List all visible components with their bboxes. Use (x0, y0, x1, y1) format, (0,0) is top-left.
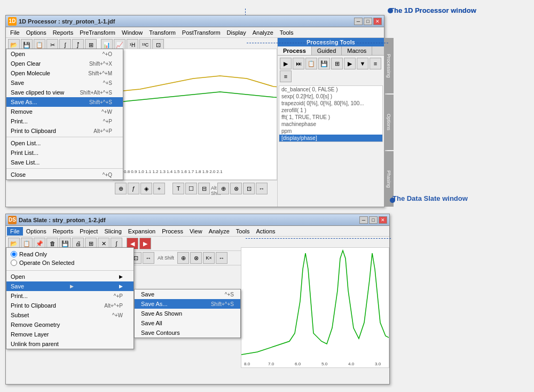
macro-item-2[interactable]: trapezoid( 0[%], 0[%], 80[%], 100... (279, 100, 382, 107)
menu-file-ds[interactable]: File (7, 227, 23, 236)
dd-remove-layer-ds[interactable]: Remove Layer (6, 330, 134, 339)
tb2-kx[interactable]: K× (203, 252, 215, 264)
radio-operate[interactable]: Operate On Selected (11, 258, 129, 267)
tb-text[interactable]: T (172, 183, 184, 194)
proc-copy[interactable]: 📋 (305, 58, 317, 69)
dd-save-ds[interactable]: Save ▶ (6, 281, 134, 291)
sub-save-as-ds[interactable]: Save As... Shift+^+S (135, 299, 240, 309)
tab-guided[interactable]: Guided (312, 46, 342, 55)
proc-extra[interactable]: ⊞ (331, 58, 343, 69)
macro-item-0[interactable]: dc_balance( 0, FALSE ) (279, 86, 382, 93)
dd-sep-ds-1 (6, 270, 134, 271)
menu-display-1d[interactable]: Display (224, 28, 249, 37)
menu-view-ds[interactable]: View (186, 227, 206, 236)
menu-tools-ds[interactable]: Tools (233, 227, 253, 236)
dd-open-molecule-1d[interactable]: Open Molecule Shift+^+M (6, 68, 123, 78)
menu-transform-1d[interactable]: Transform (146, 28, 179, 37)
tb-func[interactable]: ƒ (128, 183, 139, 194)
macro-item-3[interactable]: zerofill( 1 ) (279, 107, 382, 114)
tb-right-ds[interactable]: ▶ (139, 238, 151, 249)
tb2-zoom3[interactable]: ⊕ (177, 252, 189, 264)
dd-unlink-ds[interactable]: Unlink from parent (6, 339, 134, 349)
proc-down[interactable]: ▼ (357, 58, 368, 69)
toolbar-row-1: ⊕ ƒ ◈ + T ☐ ⊟ Alt Shift ⊕ ⊗ ⊡ ↔ (115, 183, 275, 196)
tb-zoom[interactable]: ⊕ (217, 183, 229, 194)
side-processing[interactable]: Processing (384, 38, 394, 93)
dd-save-list-1d[interactable]: Save List... (6, 158, 123, 167)
tb-crosshair[interactable]: ⊕ (115, 183, 127, 194)
menu-analyze-1d[interactable]: Analyze (249, 28, 277, 37)
menu-options-1d[interactable]: Options (23, 28, 50, 37)
menu-expansion-ds[interactable]: Expansion (125, 227, 159, 236)
macro-item-4[interactable]: fft( 1, TRUE, TRUE ) (279, 114, 382, 121)
macro-item-6[interactable]: ppm (279, 128, 382, 135)
dd-print-list-1d[interactable]: Print List... (6, 148, 123, 158)
macro-item-7[interactable]: [display/phase] (279, 135, 382, 142)
sub-save-all-ds[interactable]: Save All (135, 318, 240, 328)
radio-readonly-input[interactable] (11, 251, 17, 257)
macro-item-5[interactable]: machinephase (279, 121, 382, 128)
maximize-btn-1d[interactable]: □ (364, 18, 372, 25)
dd-remove-1d[interactable]: Remove ^+W (6, 107, 123, 116)
menu-actions-ds[interactable]: Actions (253, 227, 278, 236)
dd-open-list-1d[interactable]: Open List... (6, 138, 123, 148)
tb-scroll[interactable]: ⊡ (243, 183, 255, 194)
close-btn-1d[interactable]: ✕ (373, 18, 382, 25)
proc-align2[interactable]: ≡ (280, 70, 292, 82)
dd-remove-geo-ds[interactable]: Remove Geometry (6, 320, 134, 330)
tab-process[interactable]: Process (278, 46, 312, 55)
sub-save-ds[interactable]: Save ^+S (135, 289, 240, 299)
tb2-zoom4[interactable]: ⊗ (190, 252, 202, 264)
tb-plus[interactable]: + (153, 183, 165, 194)
radio-readonly[interactable]: Read Only (11, 250, 129, 258)
dd-print-clipboard-ds[interactable]: Print to Clipboard Alt+^+P (6, 301, 134, 310)
dd-save-as-1d[interactable]: Save As... Shift+^+S (6, 97, 123, 107)
tb-select[interactable]: ◈ (140, 183, 152, 194)
dd-open-clear-1d[interactable]: Open Clear Shift+^+X (6, 59, 123, 68)
proc-play[interactable]: ▶ (280, 58, 292, 69)
dd-print-ds[interactable]: Print... ^+P (6, 291, 134, 301)
menu-project-ds[interactable]: Project (76, 227, 101, 236)
proc-play2[interactable]: ▶ (344, 58, 356, 69)
dd-open-1d[interactable]: Open ^+O (6, 49, 123, 59)
macro-item-1[interactable]: sexp( 0.2[Hz], 0.0[s] ) (279, 93, 382, 100)
tb2-extra[interactable]: ↔ (216, 252, 227, 264)
tb-zoom2[interactable]: ⊗ (230, 183, 242, 194)
dd-subset-ds[interactable]: Subset ^+W (6, 310, 134, 320)
menu-file-1d[interactable]: File (7, 28, 23, 37)
tab-macros[interactable]: Macros (342, 46, 372, 55)
sub-save-shown-ds[interactable]: Save As Shown (135, 309, 240, 318)
minimize-btn-ds[interactable]: ─ (359, 216, 368, 224)
proc-save[interactable]: 💾 (318, 58, 330, 69)
menu-options-ds[interactable]: Options (23, 227, 50, 236)
proc-align[interactable]: ≡ (370, 58, 381, 69)
menu-slicing-ds[interactable]: Slicing (101, 227, 124, 236)
tb-end[interactable]: ↔ (256, 183, 268, 194)
maximize-btn-ds[interactable]: □ (369, 216, 378, 224)
close-btn-ds[interactable]: ✕ (379, 216, 387, 224)
proc-skip[interactable]: ⏭ (293, 58, 304, 69)
menu-reports-1d[interactable]: Reports (50, 28, 77, 37)
radio-operate-input[interactable] (11, 260, 17, 266)
menu-tools-1d[interactable]: Tools (277, 28, 297, 37)
menu-analyze-ds[interactable]: Analyze (206, 227, 233, 236)
dd-close-1d[interactable]: Close ^+Q (6, 170, 123, 179)
menu-reports-ds[interactable]: Reports (50, 227, 77, 236)
svg-text:4.0: 4.0 (348, 362, 355, 366)
menu-posttransform-1d[interactable]: PostTransform (179, 28, 224, 37)
dd-save-1d[interactable]: Save ^+S (6, 78, 123, 88)
tb2-arrow[interactable]: ↔ (143, 252, 154, 264)
menu-window-1d[interactable]: Window (119, 28, 146, 37)
dd-save-clipped-1d[interactable]: Save clipped to view Shift+Alt+^+S (6, 88, 123, 97)
tb-table[interactable]: ⊟ (198, 183, 210, 194)
minimize-btn-1d[interactable]: ─ (354, 18, 363, 25)
dd-print-clipboard-1d[interactable]: Print to Clipboard Alt+^+P (6, 126, 123, 136)
titlebar-btns-ds: ─ □ ✕ (359, 216, 387, 224)
menu-pretransform-1d[interactable]: PreTransform (76, 28, 119, 37)
menu-process-ds[interactable]: Process (159, 227, 186, 236)
tb-box[interactable]: ☐ (185, 183, 197, 194)
dd-open-ds[interactable]: Open (6, 272, 134, 281)
sub-save-contours-ds[interactable]: Save Contours (135, 328, 240, 338)
side-options[interactable]: Options (384, 95, 394, 150)
dd-print-1d[interactable]: Print... ^+P (6, 116, 123, 126)
